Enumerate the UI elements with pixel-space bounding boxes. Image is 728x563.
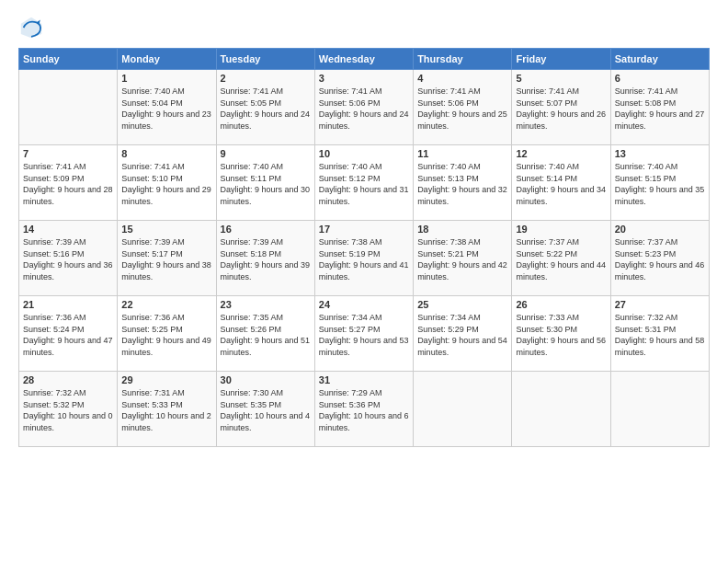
calendar-cell: 2 Sunrise: 7:41 AMSunset: 5:05 PMDayligh… [216,70,314,145]
day-info: Sunrise: 7:41 AMSunset: 5:10 PMDaylight:… [121,161,211,207]
calendar-cell [610,372,709,447]
day-info: Sunrise: 7:37 AMSunset: 5:23 PMDaylight:… [615,236,705,282]
calendar-cell: 14 Sunrise: 7:39 AMSunset: 5:16 PMDaylig… [19,221,118,296]
calendar-cell: 30 Sunrise: 7:30 AMSunset: 5:35 PMDaylig… [216,372,314,447]
day-info: Sunrise: 7:41 AMSunset: 5:06 PMDaylight:… [417,86,507,132]
day-info: Sunrise: 7:37 AMSunset: 5:22 PMDaylight:… [516,236,606,282]
day-info: Sunrise: 7:36 AMSunset: 5:24 PMDaylight:… [23,312,113,358]
calendar-cell: 10 Sunrise: 7:40 AMSunset: 5:12 PMDaylig… [314,145,413,221]
calendar-cell: 16 Sunrise: 7:39 AMSunset: 5:18 PMDaylig… [216,221,314,296]
calendar-cell [19,70,118,145]
calendar-cell: 3 Sunrise: 7:41 AMSunset: 5:06 PMDayligh… [314,70,413,145]
day-number: 26 [516,299,606,310]
logo [18,15,48,40]
day-info: Sunrise: 7:39 AMSunset: 5:16 PMDaylight:… [23,236,113,282]
day-number: 27 [615,299,705,310]
weekday-header-saturday: Saturday [610,49,709,70]
day-number: 8 [121,148,211,159]
calendar-cell: 23 Sunrise: 7:35 AMSunset: 5:26 PMDaylig… [216,296,314,372]
calendar-cell: 24 Sunrise: 7:34 AMSunset: 5:27 PMDaylig… [314,296,413,372]
calendar-cell: 7 Sunrise: 7:41 AMSunset: 5:09 PMDayligh… [19,145,118,221]
day-number: 20 [615,224,705,235]
day-number: 16 [221,224,311,235]
day-info: Sunrise: 7:40 AMSunset: 5:15 PMDaylight:… [615,161,705,207]
day-info: Sunrise: 7:40 AMSunset: 5:13 PMDaylight:… [417,161,507,207]
day-number: 6 [615,73,705,84]
calendar-cell: 15 Sunrise: 7:39 AMSunset: 5:17 PMDaylig… [118,221,216,296]
calendar-cell: 27 Sunrise: 7:32 AMSunset: 5:31 PMDaylig… [610,296,709,372]
calendar-cell [414,372,512,447]
calendar-cell: 31 Sunrise: 7:29 AMSunset: 5:36 PMDaylig… [314,372,413,447]
day-info: Sunrise: 7:39 AMSunset: 5:17 PMDaylight:… [121,236,211,282]
weekday-header-tuesday: Tuesday [216,49,314,70]
weekday-header-wednesday: Wednesday [314,49,413,70]
calendar-cell: 19 Sunrise: 7:37 AMSunset: 5:22 PMDaylig… [512,221,610,296]
day-number: 22 [121,299,211,310]
day-info: Sunrise: 7:32 AMSunset: 5:31 PMDaylight:… [615,312,705,358]
day-info: Sunrise: 7:40 AMSunset: 5:04 PMDaylight:… [121,86,211,132]
day-number: 5 [516,73,606,84]
day-info: Sunrise: 7:40 AMSunset: 5:12 PMDaylight:… [319,161,409,207]
day-number: 28 [23,374,113,385]
day-number: 13 [615,148,705,159]
calendar-cell: 4 Sunrise: 7:41 AMSunset: 5:06 PMDayligh… [414,70,512,145]
calendar-cell: 13 Sunrise: 7:40 AMSunset: 5:15 PMDaylig… [610,145,709,221]
header [18,15,710,40]
day-number: 9 [221,148,311,159]
day-info: Sunrise: 7:40 AMSunset: 5:11 PMDaylight:… [221,161,311,207]
calendar-cell: 12 Sunrise: 7:40 AMSunset: 5:14 PMDaylig… [512,145,610,221]
calendar-cell: 18 Sunrise: 7:38 AMSunset: 5:21 PMDaylig… [414,221,512,296]
day-info: Sunrise: 7:35 AMSunset: 5:26 PMDaylight:… [221,312,311,358]
page: SundayMondayTuesdayWednesdayThursdayFrid… [0,0,728,563]
day-number: 25 [417,299,507,310]
day-number: 29 [121,374,211,385]
day-info: Sunrise: 7:38 AMSunset: 5:21 PMDaylight:… [417,236,507,282]
day-number: 7 [23,148,113,159]
week-row-5: 28 Sunrise: 7:32 AMSunset: 5:32 PMDaylig… [19,372,710,447]
day-number: 21 [23,299,113,310]
day-info: Sunrise: 7:31 AMSunset: 5:33 PMDaylight:… [121,387,211,433]
day-number: 12 [516,148,606,159]
calendar-cell: 20 Sunrise: 7:37 AMSunset: 5:23 PMDaylig… [610,221,709,296]
day-number: 11 [417,148,507,159]
day-info: Sunrise: 7:41 AMSunset: 5:07 PMDaylight:… [516,86,606,132]
day-number: 17 [319,224,409,235]
day-number: 19 [516,224,606,235]
day-number: 18 [417,224,507,235]
day-info: Sunrise: 7:39 AMSunset: 5:18 PMDaylight:… [221,236,311,282]
day-number: 14 [23,224,113,235]
calendar-cell [512,372,610,447]
calendar-header: SundayMondayTuesdayWednesdayThursdayFrid… [19,49,710,70]
calendar-body: 1 Sunrise: 7:40 AMSunset: 5:04 PMDayligh… [19,70,710,447]
day-number: 23 [221,299,311,310]
calendar-table: SundayMondayTuesdayWednesdayThursdayFrid… [18,48,710,447]
week-row-4: 21 Sunrise: 7:36 AMSunset: 5:24 PMDaylig… [19,296,710,372]
day-info: Sunrise: 7:41 AMSunset: 5:05 PMDaylight:… [221,86,311,132]
weekday-header-sunday: Sunday [19,49,118,70]
day-number: 10 [319,148,409,159]
logo-icon [18,15,44,40]
calendar-cell: 1 Sunrise: 7:40 AMSunset: 5:04 PMDayligh… [118,70,216,145]
calendar-cell: 21 Sunrise: 7:36 AMSunset: 5:24 PMDaylig… [19,296,118,372]
day-info: Sunrise: 7:41 AMSunset: 5:08 PMDaylight:… [615,86,705,132]
calendar-cell: 8 Sunrise: 7:41 AMSunset: 5:10 PMDayligh… [118,145,216,221]
day-info: Sunrise: 7:33 AMSunset: 5:30 PMDaylight:… [516,312,606,358]
day-number: 31 [319,374,409,385]
day-number: 1 [121,73,211,84]
day-info: Sunrise: 7:36 AMSunset: 5:25 PMDaylight:… [121,312,211,358]
week-row-2: 7 Sunrise: 7:41 AMSunset: 5:09 PMDayligh… [19,145,710,221]
calendar-cell: 17 Sunrise: 7:38 AMSunset: 5:19 PMDaylig… [314,221,413,296]
day-number: 15 [121,224,211,235]
day-info: Sunrise: 7:38 AMSunset: 5:19 PMDaylight:… [319,236,409,282]
day-info: Sunrise: 7:34 AMSunset: 5:27 PMDaylight:… [319,312,409,358]
day-info: Sunrise: 7:29 AMSunset: 5:36 PMDaylight:… [319,387,409,433]
weekday-header-friday: Friday [512,49,610,70]
day-info: Sunrise: 7:34 AMSunset: 5:29 PMDaylight:… [417,312,507,358]
day-info: Sunrise: 7:30 AMSunset: 5:35 PMDaylight:… [221,387,311,433]
day-info: Sunrise: 7:32 AMSunset: 5:32 PMDaylight:… [23,387,113,433]
weekday-header-thursday: Thursday [414,49,512,70]
day-number: 24 [319,299,409,310]
calendar-cell: 29 Sunrise: 7:31 AMSunset: 5:33 PMDaylig… [118,372,216,447]
calendar-cell: 26 Sunrise: 7:33 AMSunset: 5:30 PMDaylig… [512,296,610,372]
day-info: Sunrise: 7:40 AMSunset: 5:14 PMDaylight:… [516,161,606,207]
